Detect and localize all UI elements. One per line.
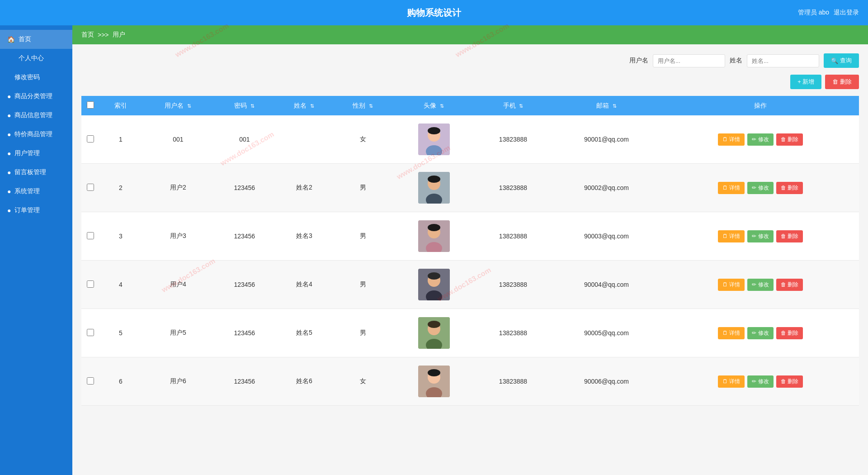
- cell-gender: 男: [334, 164, 392, 212]
- sidebar-item-guestbook[interactable]: ● 留言板管理: [0, 163, 72, 182]
- svg-point-6: [428, 176, 440, 183]
- top-bar-right: 管理员 abo 退出登录: [798, 9, 859, 17]
- cell-avatar: [392, 212, 476, 261]
- header-phone[interactable]: 手机 ⇅: [475, 96, 551, 115]
- row-checkbox-6[interactable]: [87, 377, 94, 385]
- cell-username: 用户6: [142, 357, 214, 406]
- cell-actions: 🗒 详情 ✏ 修改 🗑 删除: [662, 212, 859, 261]
- cell-avatar: [392, 309, 476, 357]
- sidebar-item-products[interactable]: ● 商品信息管理: [0, 106, 72, 125]
- row-actions: 🗒 详情 ✏ 修改 🗑 删除: [665, 279, 855, 291]
- search-button[interactable]: 🔍 查询: [824, 53, 859, 68]
- cell-phone: 13823888: [475, 164, 551, 212]
- sidebar-label-profile: 个人中心: [19, 54, 44, 62]
- row-checkbox-3[interactable]: [87, 232, 94, 239]
- delete-button-3[interactable]: 🗑 删除: [776, 230, 803, 242]
- cell-email: 90004@qq.com: [551, 261, 662, 309]
- app-title: 购物系统设计: [407, 7, 461, 19]
- header-index: 索引: [99, 96, 142, 115]
- sidebar-item-change-password[interactable]: 修改密码: [0, 68, 72, 87]
- lastname-search-input[interactable]: [747, 54, 819, 67]
- header-avatar[interactable]: 头像 ⇅: [392, 96, 476, 115]
- edit-button-2[interactable]: ✏ 修改: [747, 182, 773, 194]
- sidebar-label-home: 首页: [19, 35, 31, 43]
- header-lastname[interactable]: 姓名 ⇅: [275, 96, 334, 115]
- table-row: 4用户4123456姓名4男1382388890004@qq.com 🗒 详情 …: [81, 261, 859, 309]
- sidebar-item-profile[interactable]: 👤 个人中心: [0, 49, 72, 68]
- row-checkbox-4[interactable]: [87, 280, 94, 288]
- delete-button-6[interactable]: 🗑 删除: [776, 375, 803, 388]
- svg-point-22: [428, 369, 440, 376]
- cell-actions: 🗒 详情 ✏ 修改 🗑 删除: [662, 261, 859, 309]
- cell-actions: 🗒 详情 ✏ 修改 🗑 删除: [662, 164, 859, 212]
- orders-icon: ●: [7, 207, 11, 214]
- cell-username: 001: [142, 115, 214, 164]
- detail-button-4[interactable]: 🗒 详情: [718, 279, 745, 291]
- header-gender[interactable]: 性别 ⇅: [334, 96, 392, 115]
- header-username[interactable]: 用户名 ⇅: [142, 96, 214, 115]
- detail-button-5[interactable]: 🗒 详情: [718, 327, 745, 339]
- email-sort-icon: ⇅: [613, 103, 617, 109]
- detail-button-3[interactable]: 🗒 详情: [718, 230, 745, 242]
- table-row: 2用户2123456姓名2男1382388890002@qq.com 🗒 详情 …: [81, 164, 859, 212]
- avatar: [418, 317, 450, 349]
- sidebar-item-category[interactable]: ● 商品分类管理: [0, 87, 72, 106]
- search-icon: 🔍: [831, 57, 838, 64]
- header-password[interactable]: 密码 ⇅: [214, 96, 275, 115]
- cell-index: 3: [99, 212, 142, 261]
- username-search-input[interactable]: [653, 54, 725, 67]
- system-icon: ●: [7, 188, 11, 195]
- cell-username: 用户3: [142, 212, 214, 261]
- cell-phone: 13823888: [475, 309, 551, 357]
- cell-lastname: 姓名5: [275, 309, 334, 357]
- delete-button-4[interactable]: 🗑 删除: [776, 279, 803, 291]
- sidebar-item-users[interactable]: ● 用户管理: [0, 144, 72, 163]
- edit-button-6[interactable]: ✏ 修改: [747, 375, 773, 388]
- cell-avatar: [392, 115, 476, 164]
- users-table: 索引 用户名 ⇅ 密码 ⇅ 姓名 ⇅: [81, 96, 859, 406]
- row-checkbox-2[interactable]: [87, 184, 94, 191]
- select-all-checkbox[interactable]: [87, 101, 94, 109]
- cell-gender: 男: [334, 212, 392, 261]
- sidebar-item-system[interactable]: ● 系统管理: [0, 182, 72, 201]
- breadcrumb-separator: >>>: [98, 31, 109, 38]
- cell-lastname: 姓名2: [275, 164, 334, 212]
- cell-phone: 13823888: [475, 212, 551, 261]
- sidebar-label-category: 商品分类管理: [14, 92, 52, 100]
- table-row: 1001001女1382388890001@qq.com 🗒 详情 ✏ 修改 🗑…: [81, 115, 859, 164]
- edit-button-3[interactable]: ✏ 修改: [747, 230, 773, 242]
- sidebar-label-users: 用户管理: [14, 149, 40, 157]
- special-icon: ●: [7, 131, 11, 138]
- new-button[interactable]: + 新增: [790, 75, 821, 89]
- row-actions: 🗒 详情 ✏ 修改 🗑 删除: [665, 182, 855, 194]
- edit-button-4[interactable]: ✏ 修改: [747, 279, 773, 291]
- sidebar-item-home[interactable]: 🏠 首页: [0, 30, 72, 49]
- logout-link[interactable]: 退出登录: [834, 9, 859, 17]
- row-checkbox-1[interactable]: [87, 135, 94, 142]
- sidebar-item-orders[interactable]: ● 订单管理: [0, 201, 72, 220]
- delete-button-5[interactable]: 🗑 删除: [776, 327, 803, 339]
- detail-button-2[interactable]: 🗒 详情: [718, 182, 745, 194]
- cell-index: 6: [99, 357, 142, 406]
- delete-button-1[interactable]: 🗑 删除: [776, 133, 803, 146]
- avatar: [418, 366, 450, 397]
- edit-button-5[interactable]: ✏ 修改: [747, 327, 773, 339]
- sidebar-item-special[interactable]: ● 特价商品管理: [0, 125, 72, 144]
- delete-button-2[interactable]: 🗑 删除: [776, 182, 803, 194]
- main-content: 首页 >>> 用户 用户名 姓名 🔍 查询 + 新增 🗑 删除: [72, 25, 868, 475]
- cell-password: 123456: [214, 212, 275, 261]
- batch-delete-button[interactable]: 🗑 删除: [825, 75, 859, 89]
- password-sort-icon: ⇅: [250, 103, 255, 109]
- cell-username: 用户4: [142, 261, 214, 309]
- cell-avatar: [392, 164, 476, 212]
- cell-lastname: 姓名4: [275, 261, 334, 309]
- detail-button-1[interactable]: 🗒 详情: [718, 133, 745, 146]
- detail-button-6[interactable]: 🗒 详情: [718, 375, 745, 388]
- edit-button-1[interactable]: ✏ 修改: [747, 133, 773, 146]
- row-checkbox-5[interactable]: [87, 329, 94, 336]
- breadcrumb-current: 用户: [113, 31, 125, 39]
- table-header-row: 索引 用户名 ⇅ 密码 ⇅ 姓名 ⇅: [81, 96, 859, 115]
- cell-actions: 🗒 详情 ✏ 修改 🗑 删除: [662, 309, 859, 357]
- header-email[interactable]: 邮箱 ⇅: [551, 96, 662, 115]
- phone-sort-icon: ⇅: [519, 103, 523, 109]
